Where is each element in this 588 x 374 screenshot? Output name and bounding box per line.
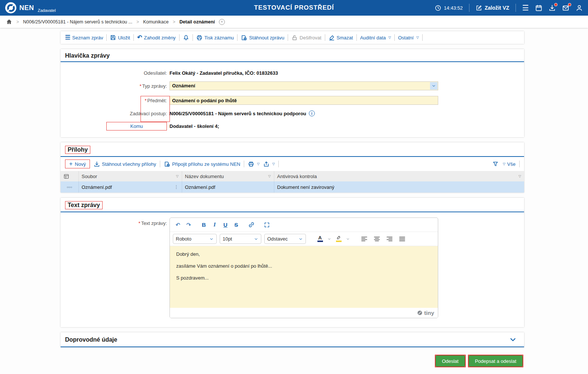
column-filter-icon[interactable]: ▽ [176,174,179,178]
tiny-logo-icon [417,310,423,316]
editor-content-area[interactable]: Dobrý den, zasíláme Vám oznámení o podán… [170,246,438,308]
print-attachments-dropdown[interactable]: ▽ [248,161,259,167]
notification-button[interactable] [183,35,189,41]
section-title: Přílohy [65,146,90,154]
divider [193,34,193,41]
save-button[interactable]: Uložit [110,35,130,41]
breadcrumb-separator: > [173,19,175,25]
new-attachment-label: Nový [75,161,86,167]
divider [422,34,423,41]
required-asterisk: * [145,98,146,103]
breadcrumb-item-komunikace[interactable]: Komunikace [143,19,169,25]
column-row-selector[interactable] [61,171,78,181]
align-justify-icon [399,236,405,242]
text-color-letter: A [318,236,322,240]
procedure-label: Zadávací postup: [65,111,169,116]
italic-button[interactable]: I [210,220,220,229]
align-left-button[interactable] [359,234,369,244]
delete-label: Smazat [337,35,353,41]
delete-button[interactable]: Smazat [329,35,353,41]
column-filter-icon[interactable]: ▽ [268,174,271,178]
decrypt-label: Dešifrovat [300,35,322,41]
subject-input[interactable] [169,96,438,105]
profile-button[interactable] [576,4,583,12]
font-size-value: 10pt [223,236,232,242]
font-size-select[interactable]: 10pt [220,234,261,244]
cell-soubor[interactable]: Oznámení.pdf⋮ [78,181,182,193]
divider [469,4,469,12]
text-color-button[interactable]: A [316,234,324,244]
bell-icon [183,35,189,41]
sign-and-send-button[interactable]: Podepsat a odeslat [469,355,523,367]
message-line: zasíláme Vám oznámení o podání po lhůtě.… [176,263,432,269]
chevron-down-icon: ▽ [416,36,419,39]
select-chevron-icon[interactable] [430,82,437,90]
print-record-button[interactable]: Tisk záznamu [196,35,234,41]
other-dropdown[interactable]: Ostatní ▽ [398,35,419,41]
redo-button[interactable]: ↷ [184,220,194,229]
info-icon[interactable]: i [309,110,315,116]
highlight-color-button[interactable] [334,234,343,244]
column-antivir[interactable]: Antivirová kontrola▽ [274,171,524,181]
attach-from-nen-label: Připojit přílohu ze systému NEN [172,161,240,167]
record-toolbar: ☰ Seznam zpráv Uložit ↶ Zahodit změny Ti… [61,31,524,44]
column-filter-icon[interactable]: ▽ [518,174,521,178]
divider [288,34,288,41]
row-handle-icon[interactable]: ○○○ [61,181,78,193]
filter-all-dropdown[interactable]: ▽ Vše [502,161,516,167]
download-message-button[interactable]: Stáhnout zprávu [241,35,284,41]
attachment-row[interactable]: ○○○ Oznámení.pdf⋮ Oznámení.pdf Dokument … [61,181,524,193]
paragraph-format-select[interactable]: Odstavec [264,234,306,244]
plus-icon: + [69,161,72,167]
breadcrumb-item-procedure[interactable]: N006/25/V00005181 - Nájem serverů s tech… [23,19,132,25]
chevron-down-icon[interactable] [327,237,331,241]
filter-icon[interactable] [492,161,498,167]
file-download-icon [241,35,247,41]
expand-chevron-icon[interactable] [509,336,517,344]
fullscreen-button[interactable] [262,220,272,229]
section-header[interactable]: Doprovodné údaje [61,332,524,347]
downloads-button[interactable] [549,4,556,12]
align-right-button[interactable] [385,234,394,244]
send-button[interactable]: Odeslat [436,355,465,367]
divider [519,161,520,167]
menu-icon[interactable]: ☰ [522,4,529,12]
column-soubor[interactable]: Soubor▽ [78,171,182,181]
chevron-down-icon[interactable] [346,237,350,241]
attach-from-nen-button[interactable]: Připojit přílohu ze systému NEN [164,161,240,167]
messages-button[interactable] [562,4,569,12]
audit-data-dropdown[interactable]: Auditní data ▽ [360,35,391,41]
bold-button[interactable]: B [199,220,209,229]
subject-label: *Předmět: [65,98,169,103]
calendar-button[interactable] [535,4,542,12]
align-center-button[interactable] [372,234,382,244]
column-nazev[interactable]: Název dokumentu▽ [182,171,274,181]
recipient-button[interactable]: Komu [106,122,167,130]
divider [394,34,395,41]
divider [325,34,325,41]
font-family-select[interactable]: Roboto [173,234,217,244]
export-attachments-dropdown[interactable]: ▽ [263,161,275,167]
brand[interactable]: NEN Zadavatel [5,2,56,13]
undo-button[interactable]: ↶ [173,220,183,229]
divider [160,161,160,167]
row-options-icon[interactable]: ⋮ [174,184,179,190]
cell-nazev[interactable]: Oznámení.pdf [182,181,274,193]
link-button[interactable] [246,220,256,229]
field-row-subject: *Předmět: [65,96,520,105]
strikethrough-button[interactable]: S [231,220,241,229]
close-tab-icon[interactable]: × [219,19,225,25]
new-attachment-button[interactable]: + Nový [65,159,90,168]
message-type-label: *Typ zprávy: [65,83,169,89]
required-asterisk: * [139,220,140,226]
align-justify-button[interactable] [397,234,407,244]
save-icon [110,35,116,41]
export-icon [263,161,269,167]
message-list-button[interactable]: ☰ Seznam zpráv [65,35,103,41]
download-all-attachments-button[interactable]: Stáhnout všechny přílohy [94,161,156,167]
message-type-select[interactable]: Oznámení [169,81,438,90]
home-icon[interactable] [6,19,12,25]
create-vz-button[interactable]: Založit VZ [476,5,509,11]
discard-changes-button[interactable]: ↶ Zahodit změny [137,35,176,41]
underline-button[interactable]: U [220,220,230,229]
